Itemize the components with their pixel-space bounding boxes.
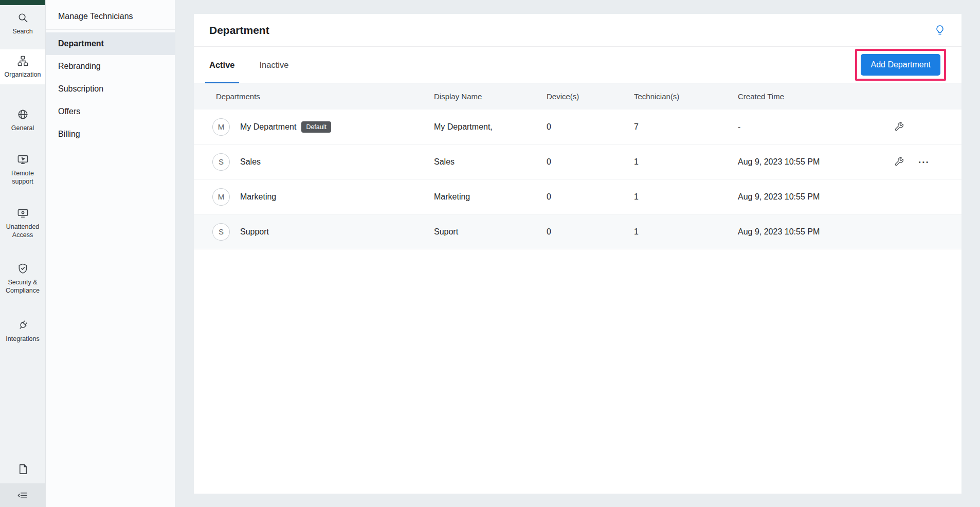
- integrations-icon: [17, 319, 29, 331]
- sidebar-item-department[interactable]: Department: [46, 32, 175, 55]
- display-name-cell: Suport: [434, 227, 547, 237]
- sidebar-item-rebranding[interactable]: Rebranding: [46, 55, 175, 78]
- department-cell: M My Department Default: [194, 118, 434, 136]
- department-name: Sales: [240, 157, 261, 167]
- rail-item-organization[interactable]: Organization: [0, 49, 45, 84]
- remote-support-icon: [17, 154, 29, 166]
- created-time-cell: Aug 9, 2023 10:55 PM: [738, 157, 894, 167]
- department-name: Marketing: [240, 192, 276, 202]
- avatar: M: [212, 118, 230, 136]
- rail-item-general[interactable]: General: [0, 103, 45, 138]
- department-name: Support: [240, 227, 269, 237]
- settings-sidebar: Manage Technicians Department Rebranding…: [46, 0, 175, 507]
- rail-item-label: Organization: [1, 70, 44, 79]
- department-cell: S Sales: [194, 153, 434, 171]
- technicians-cell: 1: [634, 227, 738, 237]
- table-header-created-time: Created Time: [738, 92, 894, 101]
- search-icon: [17, 12, 29, 24]
- technicians-cell: 1: [634, 157, 738, 167]
- icon-rail: Search Organization General Remote suppo…: [0, 0, 46, 507]
- panel-header: Department: [194, 14, 961, 47]
- department-panel: Department Active Inactive Add Departmen…: [194, 14, 961, 494]
- sidebar-item-subscription[interactable]: Subscription: [46, 78, 175, 100]
- avatar: S: [212, 153, 230, 171]
- department-cell: M Marketing: [194, 188, 434, 206]
- department-cell: S Support: [194, 223, 434, 241]
- rail-item-label: Remote support: [1, 169, 44, 186]
- more-actions-button[interactable]: ...: [918, 154, 930, 166]
- document-icon[interactable]: [0, 463, 45, 475]
- shield-icon: [17, 263, 29, 275]
- table-row[interactable]: S Support Suport 0 1 Aug 9, 2023 10:55 P…: [194, 214, 961, 249]
- collapse-sidebar-button[interactable]: [0, 483, 45, 507]
- unattended-access-icon: [17, 207, 29, 219]
- rail-item-label: General: [1, 124, 44, 132]
- technicians-cell: 1: [634, 192, 738, 202]
- technicians-cell: 7: [634, 122, 738, 132]
- display-name-cell: Marketing: [434, 192, 547, 202]
- rail-item-label: Search: [1, 27, 44, 35]
- page-title: Department: [209, 24, 269, 37]
- created-time-cell: Aug 9, 2023 10:55 PM: [738, 192, 894, 202]
- table-header-display-name: Display Name: [434, 92, 547, 101]
- rail-item-label: Security & Compliance: [1, 278, 44, 295]
- rail-item-search[interactable]: Search: [0, 6, 45, 41]
- wrench-icon[interactable]: [894, 157, 904, 167]
- wrench-icon[interactable]: [894, 122, 904, 132]
- sidebar-item-billing[interactable]: Billing: [46, 123, 175, 146]
- default-badge: Default: [301, 121, 331, 133]
- rail-item-remote-support[interactable]: Remote support: [0, 148, 45, 192]
- display-name-cell: My Department,: [434, 122, 547, 132]
- devices-cell: 0: [547, 157, 634, 167]
- collapse-sidebar-icon: [17, 490, 29, 501]
- table-header-technicians: Technician(s): [634, 92, 738, 101]
- rail-item-integrations[interactable]: Integrations: [0, 314, 45, 349]
- actions-cell: [894, 122, 961, 132]
- display-name-cell: Sales: [434, 157, 547, 167]
- lightbulb-icon[interactable]: [934, 24, 946, 37]
- devices-cell: 0: [547, 122, 634, 132]
- avatar: M: [212, 188, 230, 206]
- rail-item-label: Integrations: [1, 335, 44, 343]
- created-time-cell: -: [738, 122, 894, 132]
- globe-icon: [17, 108, 29, 120]
- annotation-highlight: Add Department: [855, 49, 946, 81]
- department-name: My Department: [240, 122, 296, 132]
- actions-cell: ...: [894, 156, 961, 168]
- sidebar-item-manage-technicians[interactable]: Manage Technicians: [46, 5, 175, 28]
- tab-inactive[interactable]: Inactive: [260, 47, 289, 83]
- table-row[interactable]: M Marketing Marketing 0 1 Aug 9, 2023 10…: [194, 179, 961, 214]
- table-header-devices: Device(s): [547, 92, 634, 101]
- tab-active[interactable]: Active: [209, 47, 235, 83]
- table-row[interactable]: M My Department Default My Department, 0…: [194, 110, 961, 144]
- tabs-row: Active Inactive Add Department: [194, 47, 961, 83]
- organization-icon: [17, 55, 29, 67]
- rail-top-strip: [0, 0, 45, 5]
- sidebar-divider: [46, 29, 175, 30]
- table-row[interactable]: S Sales Sales 0 1 Aug 9, 2023 10:55 PM .…: [194, 144, 961, 179]
- rail-item-label: Unattended Access: [1, 223, 44, 240]
- rail-item-unattended-access[interactable]: Unattended Access: [0, 202, 45, 245]
- table-header-departments: Departments: [194, 92, 434, 101]
- devices-cell: 0: [547, 227, 634, 237]
- document-icon-glyph: [17, 463, 29, 475]
- avatar: S: [212, 223, 230, 241]
- add-department-button[interactable]: Add Department: [861, 54, 940, 76]
- created-time-cell: Aug 9, 2023 10:55 PM: [738, 227, 894, 237]
- sidebar-item-offers[interactable]: Offers: [46, 100, 175, 123]
- devices-cell: 0: [547, 192, 634, 202]
- rail-item-security-compliance[interactable]: Security & Compliance: [0, 257, 45, 301]
- table-header-row: Departments Display Name Device(s) Techn…: [194, 83, 961, 110]
